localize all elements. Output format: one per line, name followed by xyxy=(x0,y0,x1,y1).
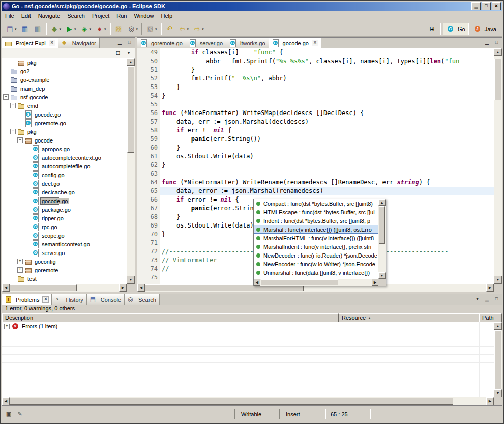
minimize-view-icon[interactable] xyxy=(115,39,124,46)
collapse-icon[interactable]: − xyxy=(3,94,9,100)
close-icon[interactable]: × xyxy=(312,40,318,46)
minimize-view-icon[interactable] xyxy=(483,295,491,303)
editor-tab-itworks-go[interactable]: itworks.go xyxy=(226,38,269,48)
maximize-button[interactable] xyxy=(482,2,491,10)
profile-button[interactable]: ●▾ xyxy=(94,23,108,35)
scroll-down-icon[interactable]: ▼ xyxy=(494,389,502,397)
tree-item[interactable]: autocompletefile.go xyxy=(2,162,127,171)
expand-icon[interactable]: + xyxy=(17,259,23,264)
close-icon[interactable]: × xyxy=(49,40,55,46)
code-line[interactable]: func (*NiceFormatter) WriteRename(rename… xyxy=(160,178,494,187)
debug-button[interactable]: ◆▾ xyxy=(49,23,63,35)
code-line[interactable]: data, error := json.Marshal(renamedescs) xyxy=(160,187,494,195)
back-button[interactable]: ⇦▾ xyxy=(176,23,191,35)
code-line[interactable] xyxy=(160,100,494,109)
scrollbar-thumb[interactable] xyxy=(127,66,134,153)
scrollbar-thumb[interactable] xyxy=(10,398,453,405)
tree-item[interactable]: config.go xyxy=(2,171,127,179)
new-wizard-button[interactable]: ▤▾ xyxy=(4,23,18,35)
titlebar[interactable]: Go - nsf-gocode/src/pkg/gocode/gocode.go… xyxy=(2,2,502,11)
view-tab-problems[interactable]: Problems× xyxy=(2,294,52,305)
view-tab-navigator[interactable]: Navigator xyxy=(58,38,100,48)
code-line[interactable]: } xyxy=(160,161,494,169)
explorer-vertical-scrollbar[interactable]: ▲ ▼ xyxy=(127,58,135,284)
scroll-left-icon[interactable]: ◀ xyxy=(2,284,10,292)
scroll-up-icon[interactable]: ▲ xyxy=(494,322,502,330)
autocomplete-item[interactable]: MarshalIndent : func(v interface{}, pref… xyxy=(254,242,378,251)
editor-tab-server-go[interactable]: server.go xyxy=(186,38,226,48)
menu-item-navigate[interactable]: Navigate xyxy=(35,11,64,20)
tree-item[interactable]: autocompletecontext.go xyxy=(2,153,127,162)
perspective-button-java[interactable]: Java xyxy=(470,23,500,35)
autocomplete-item[interactable]: MarshalForHTML : func(v interface{}) ([]… xyxy=(254,234,378,242)
scroll-right-icon[interactable]: ▶ xyxy=(119,284,127,292)
menu-item-run[interactable]: Run xyxy=(113,11,130,20)
scrollbar-thumb[interactable] xyxy=(494,330,501,389)
scroll-down-icon[interactable]: ▼ xyxy=(494,276,502,284)
tree-item[interactable]: decl.go xyxy=(2,179,127,188)
code-line[interactable]: panic(err.String()) xyxy=(160,135,494,144)
perspective-button-go[interactable]: Go xyxy=(443,23,469,35)
code-line[interactable]: if err != nil { xyxy=(160,126,494,135)
scrollbar-thumb[interactable] xyxy=(494,59,501,100)
maximize-view-icon[interactable] xyxy=(492,39,501,46)
menu-item-file[interactable]: File xyxy=(2,11,18,20)
close-button[interactable] xyxy=(492,2,501,10)
menu-item-edit[interactable]: Edit xyxy=(18,11,35,20)
menu-item-window[interactable]: Window xyxy=(130,11,157,20)
column-header-path[interactable]: Path xyxy=(479,313,502,322)
column-header-resource[interactable]: Resource▲ xyxy=(339,313,479,322)
collapse-icon[interactable]: − xyxy=(10,103,16,108)
tree-item[interactable]: declcache.go xyxy=(2,188,127,196)
code-line[interactable]: func (*NiceFormatter) WriteSMap(decldesc… xyxy=(160,109,494,118)
maximize-view-icon[interactable] xyxy=(492,295,501,303)
fast-view-icon[interactable] xyxy=(5,410,13,418)
last-edit-location-button[interactable]: ↶ xyxy=(164,23,175,35)
run-button[interactable]: ▶▾ xyxy=(64,23,78,35)
autocomplete-item[interactable]: Indent : func(dst *bytes.Buffer, src []u… xyxy=(254,216,378,225)
tree-item[interactable]: go-example xyxy=(2,75,127,84)
tree-item[interactable]: server.go xyxy=(2,248,127,257)
autocomplete-item[interactable]: NewDecoder : func(r io.Reader) *json.Dec… xyxy=(254,251,378,260)
view-tab-search[interactable]: Search xyxy=(125,294,160,305)
code-line[interactable]: os.Stdout.Write(data) xyxy=(160,152,494,161)
editor-tab-goremote-go[interactable]: goremote.go xyxy=(137,38,186,48)
code-line[interactable]: data, err := json.Marshal(decldescs) xyxy=(160,118,494,126)
tree-item[interactable]: rpc.go xyxy=(2,222,127,231)
expand-icon[interactable]: + xyxy=(4,324,10,329)
tree-item[interactable]: +goconfig xyxy=(2,257,127,266)
tree-item[interactable]: −cmd xyxy=(2,101,127,110)
tree-item[interactable]: goremote.go xyxy=(2,119,127,127)
open-perspective-button[interactable] xyxy=(426,23,438,35)
autocomplete-item[interactable]: Marshal : func(v interface{}) ([]uint8, … xyxy=(254,225,378,234)
run-external-button[interactable]: ◈▾ xyxy=(79,23,93,35)
scroll-left-icon[interactable]: ◀ xyxy=(2,397,10,405)
menu-item-search[interactable]: Search xyxy=(64,11,88,20)
tree-item[interactable]: semanticcontext.go xyxy=(2,240,127,248)
collapse-icon[interactable]: − xyxy=(17,137,23,143)
scroll-left-icon[interactable]: ◀ xyxy=(137,284,145,292)
view-menu-icon[interactable] xyxy=(473,295,482,303)
view-tab-console[interactable]: Console xyxy=(87,294,125,305)
problems-vertical-scrollbar[interactable]: ▲ ▼ xyxy=(494,322,502,397)
scroll-right-icon[interactable]: ▶ xyxy=(486,284,494,292)
save-button[interactable]: ▦ xyxy=(19,23,31,35)
tree-item[interactable]: scope.go xyxy=(2,231,127,240)
scroll-up-icon[interactable]: ▲ xyxy=(494,48,502,56)
code-line[interactable] xyxy=(160,169,494,178)
search-button[interactable]: ◎▾ xyxy=(126,23,140,35)
maximize-view-icon[interactable] xyxy=(125,39,134,46)
scrollbar-thumb[interactable] xyxy=(261,279,338,285)
scroll-right-icon[interactable]: ▶ xyxy=(486,397,494,405)
popup-vertical-scrollbar[interactable]: ▲ ▼ xyxy=(378,199,386,279)
scroll-down-icon[interactable]: ▼ xyxy=(127,276,135,284)
scrollbar-thumb[interactable] xyxy=(10,284,77,291)
expand-icon[interactable]: + xyxy=(17,267,23,273)
scroll-up-icon[interactable]: ▲ xyxy=(378,199,386,206)
close-icon[interactable]: × xyxy=(42,296,49,303)
menu-item-project[interactable]: Project xyxy=(88,11,113,20)
tree-item[interactable]: gocode.go xyxy=(2,196,127,205)
scroll-up-icon[interactable]: ▲ xyxy=(127,58,135,66)
tree-item[interactable]: gocode.go xyxy=(2,110,127,119)
editor-tab-gocode-go[interactable]: gocode.go× xyxy=(269,38,321,48)
